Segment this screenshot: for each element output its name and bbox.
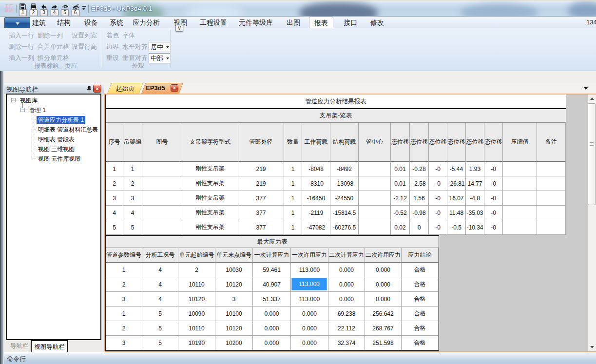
table-cell[interactable] — [142, 191, 182, 206]
table-cell[interactable]: 10120 — [178, 292, 215, 307]
table-cell[interactable]: 0.000 — [253, 321, 291, 336]
table-cell[interactable]: 377 — [238, 191, 284, 206]
ribbon-tab-设备[interactable]: 设备 — [79, 17, 103, 28]
table-cell[interactable]: -2.58 — [410, 176, 429, 191]
table-cell[interactable] — [503, 220, 537, 235]
vertical-scrollbar[interactable] — [588, 95, 596, 351]
table-cell[interactable]: 113.000 — [291, 292, 328, 307]
table-cell[interactable]: 10090 — [178, 307, 215, 321]
table-cell[interactable]: 0.000 — [365, 292, 402, 307]
border-button[interactable]: 边界 — [106, 43, 119, 51]
tree-item-管理 1[interactable]: 管理 1 — [7, 105, 100, 115]
table-cell[interactable] — [359, 220, 391, 235]
table-cell[interactable]: 0.000 — [328, 263, 365, 277]
table-cell[interactable]: 59.461 — [253, 263, 291, 277]
print-icon[interactable] — [30, 3, 37, 10]
table-cell[interactable] — [142, 206, 182, 220]
table-cell[interactable]: -47082 — [302, 220, 330, 235]
table-cell[interactable]: 5 — [142, 321, 178, 336]
table-cell[interactable]: 11.48 — [447, 206, 466, 220]
table-cell[interactable]: 10120 — [215, 321, 253, 336]
table-cell[interactable]: 0.000 — [253, 307, 291, 321]
collapse-icon[interactable] — [20, 108, 25, 112]
table-cell[interactable] — [503, 191, 537, 206]
table-cell[interactable]: -5.44 — [447, 162, 466, 176]
selected-cell[interactable]: 113.000 — [291, 278, 327, 290]
collapse-icon[interactable] — [11, 98, 16, 102]
table-cell[interactable]: 0.000 — [365, 277, 402, 292]
undo-icon[interactable] — [40, 3, 47, 10]
table-cell[interactable]: 377 — [238, 220, 284, 235]
document-tab-ep3d5[interactable]: EP3d5 × — [143, 83, 181, 94]
table-cell[interactable] — [359, 191, 391, 206]
table-cell[interactable]: 268.767 — [365, 321, 402, 336]
table-cell[interactable]: 0.000 — [291, 307, 328, 321]
table-cell[interactable] — [359, 206, 391, 220]
table-cell[interactable]: 刚性支吊架 — [182, 176, 238, 191]
table-cell[interactable]: 2 — [123, 176, 142, 191]
table-cell[interactable]: -0 — [484, 176, 503, 191]
table-cell[interactable]: -0 — [484, 162, 503, 176]
shading-button[interactable]: 着色 — [106, 32, 119, 39]
delete-column-button[interactable]: 删除一列 — [38, 32, 63, 39]
table-cell[interactable] — [359, 162, 391, 176]
table-cell[interactable] — [503, 176, 537, 191]
table-cell[interactable]: 22.112 — [328, 321, 365, 336]
table-cell[interactable]: 377 — [238, 206, 284, 220]
ribbon-tab-报表[interactable]: 报表 — [309, 17, 333, 28]
table-cell[interactable]: 4 — [123, 206, 142, 220]
redo-icon[interactable] — [51, 3, 58, 10]
table-cell[interactable] — [142, 162, 182, 176]
table-cell[interactable]: 1 — [106, 263, 142, 277]
table-cell[interactable]: 2 — [106, 321, 142, 336]
table-cell[interactable]: 10110 — [178, 321, 215, 336]
table-cell[interactable]: 16.07 — [447, 191, 466, 206]
horizontal-align-select[interactable]: 居中 — [149, 42, 171, 52]
table-cell[interactable]: 0.000 — [328, 277, 365, 292]
table-cell[interactable]: 0.01 — [391, 176, 410, 191]
table-cell[interactable]: 4 — [142, 277, 178, 292]
table-cell[interactable]: -0.28 — [410, 162, 429, 176]
table-cell[interactable]: 3 — [123, 191, 142, 206]
table-cell[interactable]: 4 — [142, 292, 178, 307]
table-cell[interactable]: 251.598 — [365, 336, 402, 350]
table-cell[interactable]: 40.907 — [253, 277, 291, 292]
close-icon[interactable]: × — [171, 84, 178, 92]
table-cell[interactable]: 10030 — [215, 263, 253, 277]
table-cell[interactable]: 0.000 — [253, 336, 291, 350]
ribbon-tab-建筑[interactable]: 建筑 — [27, 17, 51, 28]
table-cell[interactable]: -0 — [429, 162, 447, 176]
split-cells-button[interactable]: 拆分单元格 — [38, 54, 69, 62]
table-cell[interactable]: -0.98 — [410, 206, 429, 220]
table-cell[interactable]: -16450 — [302, 191, 330, 206]
table-cell[interactable]: 合格 — [402, 292, 439, 307]
scroll-down-button[interactable] — [588, 343, 596, 351]
table-cell[interactable] — [503, 162, 537, 176]
table-cell[interactable]: 3 — [106, 191, 123, 206]
font-button[interactable]: 字体 — [122, 32, 135, 39]
view-icon[interactable] — [62, 3, 69, 10]
table-cell[interactable]: -15814.5 — [330, 206, 359, 220]
table-cell[interactable]: -8492 — [330, 162, 359, 176]
table-cell[interactable]: 合格 — [402, 336, 439, 350]
table-cell[interactable] — [537, 162, 566, 176]
table-cell[interactable]: 合格 — [402, 307, 439, 321]
table-cell[interactable]: -8310 — [302, 176, 330, 191]
table-cell[interactable] — [537, 176, 566, 191]
scroll-up-button[interactable] — [588, 95, 596, 103]
table-cell[interactable]: -10.34 — [466, 220, 484, 235]
qat-customize-button[interactable] — [81, 5, 87, 11]
tree-item-明细表 管道材料汇总表[interactable]: 明细表 管道材料汇总表 — [7, 125, 100, 134]
table-cell[interactable]: 0.02 — [391, 220, 410, 235]
table-cell[interactable]: -2.12 — [391, 191, 410, 206]
table-cell[interactable]: -0 — [429, 206, 447, 220]
table-cell[interactable]: 合格 — [402, 263, 439, 277]
tree-item-明细表 管段表[interactable]: 明细表 管段表 — [7, 134, 100, 144]
table-cell[interactable]: 32.374 — [328, 336, 365, 350]
table-cell[interactable] — [537, 191, 566, 206]
tab-list-dropdown-icon[interactable] — [583, 87, 588, 90]
table-cell[interactable] — [359, 176, 391, 191]
table-cell[interactable]: 219 — [238, 162, 284, 176]
table-cell[interactable]: -0 — [484, 206, 503, 220]
table-cell[interactable]: 1.93 — [466, 162, 484, 176]
